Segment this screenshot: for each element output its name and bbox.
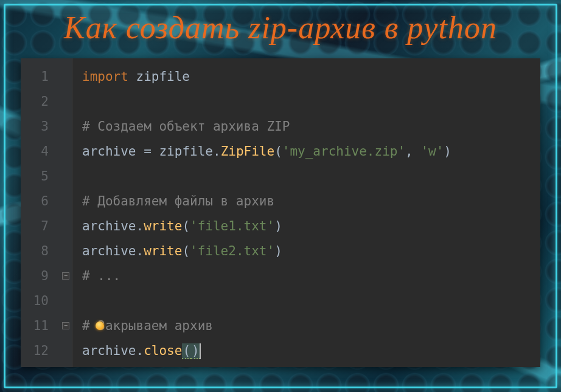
code-token: archive xyxy=(82,219,136,233)
line-number: 11 xyxy=(21,314,63,339)
code-token: . xyxy=(213,144,221,159)
code-token: . xyxy=(136,219,144,233)
code-line[interactable] xyxy=(82,164,540,189)
code-token: ( xyxy=(182,244,190,258)
fold-column[interactable]: −− xyxy=(63,58,72,367)
code-token: # Добавляем файлы в архив xyxy=(82,194,274,208)
code-editor[interactable]: 123456789101112 −− import zipfile# Созда… xyxy=(21,58,540,367)
code-line[interactable]: # Закрываем архив xyxy=(82,314,540,339)
code-token: 'w' xyxy=(420,144,444,159)
code-token: ( xyxy=(274,144,282,159)
code-token: archive xyxy=(82,244,136,258)
line-number: 9 xyxy=(21,264,63,289)
code-area[interactable]: import zipfile# Создаем объект архива ZI… xyxy=(72,58,540,367)
line-number: 4 xyxy=(21,139,63,164)
page-title: Как создать zip-архив в python xyxy=(0,10,561,46)
code-line[interactable]: archive.write('file2.txt') xyxy=(82,239,540,264)
code-token: archive xyxy=(82,144,144,159)
code-token: import xyxy=(82,69,136,84)
code-line[interactable]: # ... xyxy=(82,264,540,289)
fold-marker-icon[interactable]: − xyxy=(62,322,69,329)
code-token: ) xyxy=(274,219,282,233)
line-number: 5 xyxy=(21,164,63,189)
lightbulb-icon[interactable] xyxy=(96,322,104,330)
code-token: ( xyxy=(182,343,191,359)
code-token: ) xyxy=(274,244,282,258)
line-number: 8 xyxy=(21,239,63,264)
code-token: # Создаем объект архива ZIP xyxy=(82,119,290,134)
line-number: 1 xyxy=(21,64,63,89)
code-line[interactable]: # Создаем объект архива ZIP xyxy=(82,114,540,139)
fold-marker-icon[interactable]: − xyxy=(62,272,69,280)
code-token: = xyxy=(144,144,159,159)
line-number: 6 xyxy=(21,189,63,214)
code-line[interactable] xyxy=(82,289,540,314)
line-number: 7 xyxy=(21,214,63,239)
line-number: 3 xyxy=(21,114,63,139)
code-token: write xyxy=(144,219,182,233)
code-token: ( xyxy=(182,219,190,233)
code-token: , xyxy=(405,144,420,159)
code-token: . xyxy=(136,343,144,358)
code-token: 'my_archive.zip' xyxy=(282,144,405,159)
code-token: close xyxy=(144,343,182,358)
code-line[interactable]: # Добавляем файлы в архив xyxy=(82,189,540,214)
line-number: 2 xyxy=(21,89,63,114)
code-token: 'file2.txt' xyxy=(190,244,274,258)
code-token: ) xyxy=(191,343,200,359)
code-token: write xyxy=(144,244,182,258)
code-token: zipfile xyxy=(159,144,213,159)
code-line[interactable]: archive.close() xyxy=(82,339,540,363)
text-caret xyxy=(200,343,201,359)
code-token: zipfile xyxy=(136,69,190,84)
line-number: 10 xyxy=(21,289,63,314)
code-token: ) xyxy=(444,144,451,159)
code-line[interactable]: archive.write('file1.txt') xyxy=(82,214,540,239)
line-number: 12 xyxy=(21,339,63,363)
code-line[interactable]: archive = zipfile.ZipFile('my_archive.zi… xyxy=(82,139,540,164)
line-number-gutter: 123456789101112 xyxy=(21,58,63,367)
code-token: ZipFile xyxy=(221,144,275,159)
code-token: . xyxy=(136,244,144,258)
code-token: archive xyxy=(82,343,136,358)
code-line[interactable]: import zipfile xyxy=(82,64,540,89)
code-token: 'file1.txt' xyxy=(190,219,274,233)
code-token: # ... xyxy=(82,269,120,283)
code-line[interactable] xyxy=(82,89,540,114)
